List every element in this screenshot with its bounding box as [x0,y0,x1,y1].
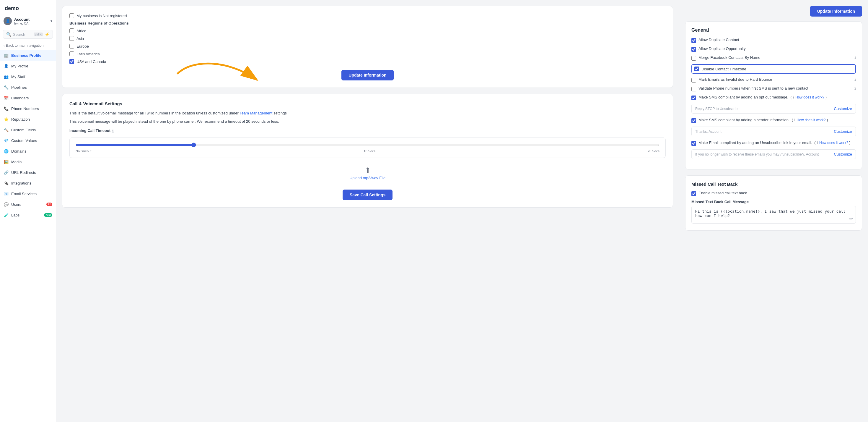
sidebar-item-custom-values[interactable]: 💎 Custom Values [0,135,56,146]
info-icon: ℹ [855,55,856,60]
update-info-button-right[interactable]: Update Information [810,6,862,17]
sms-sender-bar: Thanks, Account Customize [691,126,856,136]
sms-opt-out-customize-button[interactable]: Customize [834,107,852,111]
edit-icon: ✏ [849,216,853,222]
search-icon: 🔍 [6,32,11,37]
mark-emails-invalid-label: Mark Emails as Invalid due to Hard Bounc… [699,77,852,82]
sms-opt-out-how-works[interactable]: How does it work? [795,95,824,100]
back-navigation[interactable]: ‹ Back to main navigation [0,41,56,50]
pipelines-icon: 🔧 [4,85,9,90]
enable-missed-call-checkbox[interactable] [691,191,696,196]
sidebar-item-label: Users [11,202,44,207]
right-panel: Update Information General Allow Duplica… [679,0,868,422]
users-badge: 12 [46,203,52,206]
missed-call-title: Missed Call Text Back [691,181,856,187]
search-bar[interactable]: 🔍 Search ctrl K ⚡ [3,30,53,39]
general-section: General Allow Duplicate Contact Allow Du… [685,21,862,169]
sidebar-item-business-profile[interactable]: 🏢 Business Profile [0,50,56,61]
region-europe-checkbox[interactable] [69,44,74,49]
phone-numbers-icon: 📞 [4,106,9,111]
region-usa-checkbox[interactable] [69,59,74,64]
merge-facebook-label: Merge Facebook Contacts By Name [699,55,852,60]
account-location: Irvine, CA [14,22,48,25]
sidebar-item-integrations[interactable]: 🔌 Integrations [0,178,56,188]
app-logo: demo [0,0,56,15]
chevron-down-icon: ▾ [51,19,52,23]
sidebar-item-calendars[interactable]: 📅 Calendars [0,92,56,103]
sidebar-item-label: Labs [11,213,42,217]
sms-sender-placeholder: Thanks, Account [695,130,721,134]
sms-sender-checkbox[interactable] [691,118,696,123]
slider-labels: No timeout 10 Secs 20 Secs [75,149,659,153]
sidebar-item-reputation[interactable]: ⭐ Reputation [0,114,56,124]
info-icon: ℹ [855,77,856,82]
sidebar-item-custom-fields[interactable]: 🔨 Custom Fields [0,124,56,135]
sms-sender-how-works[interactable]: How does it work? [797,118,826,122]
region-asia-checkbox[interactable] [69,36,74,41]
allow-duplicate-contact-checkbox[interactable] [691,38,696,43]
calendars-icon: 📅 [4,95,9,101]
merge-facebook-checkbox[interactable] [691,56,696,61]
account-name: Account [14,17,48,22]
sidebar-item-my-staff[interactable]: 👥 My Staff [0,71,56,82]
validate-phone-checkbox[interactable] [691,87,696,91]
slider-label-20secs: 20 Secs [648,149,659,153]
sidebar-item-pipelines[interactable]: 🔧 Pipelines [0,82,56,92]
save-call-settings-button[interactable]: Save Call Settings [343,190,393,200]
sidebar-item-domains[interactable]: 🌐 Domains [0,146,56,157]
team-management-link[interactable]: Team Management [240,111,272,115]
sidebar-item-label: Phone Numbers [11,107,52,111]
upload-label: Upload mp3/wav File [350,176,385,180]
sms-opt-out-checkbox[interactable] [691,95,696,100]
email-unsubscribe-customize-button[interactable]: Customize [834,152,852,157]
region-usa-label: USA and Canada [76,59,106,64]
call-voicemail-title: Call & Voicemail Settings [69,101,666,106]
region-asia-row: Asia [69,36,666,41]
mark-emails-invalid-row: Mark Emails as Invalid due to Hard Bounc… [691,77,856,83]
sidebar-item-url-redirects[interactable]: 🔗 URL Redirects [0,167,56,178]
bolt-icon: ⚡ [44,32,50,37]
sidebar-item-phone-numbers[interactable]: 📞 Phone Numbers [0,103,56,114]
missed-text-back-input[interactable]: Hi this is {{location.name}}, I saw that… [691,206,856,224]
account-selector[interactable]: 👤 Account Irvine, CA ▾ [0,15,56,28]
timeout-range-input[interactable] [75,143,659,147]
region-europe-row: Europe [69,44,666,49]
allow-duplicate-opportunity-label: Allow Duplicate Opportunity [699,47,856,51]
domains-icon: 🌐 [4,148,9,154]
sidebar-item-label: Domains [11,149,52,153]
sidebar-item-label: Calendars [11,96,52,100]
email-unsubscribe-how-works[interactable]: How does it work? [819,141,848,145]
allow-duplicate-opportunity-checkbox[interactable] [691,47,696,52]
sms-sender-customize-button[interactable]: Customize [834,129,852,134]
disable-contact-timezone-row: Disable Contact Timezone [691,64,856,74]
not-registered-checkbox[interactable] [69,13,74,18]
sidebar-item-my-profile[interactable]: 👤 My Profile [0,61,56,71]
enable-missed-call-label: Enable missed call text back [699,191,856,195]
sidebar-item-label: Business Profile [11,53,52,58]
region-latin-checkbox[interactable] [69,52,74,56]
email-unsubscribe-label: Make Email compliant by adding an Unsubs… [699,140,856,145]
update-info-button-left[interactable]: Update Information [341,70,393,80]
sidebar-item-users[interactable]: 💬 Users 12 [0,199,56,210]
sidebar-item-media[interactable]: 🖼️ Media [0,157,56,167]
search-placeholder: Search [13,32,32,37]
disable-contact-timezone-label: Disable Contact Timezone [702,67,853,71]
email-services-icon: 📧 [4,191,9,196]
back-arrow-icon: ‹ [4,44,5,48]
email-unsubscribe-wrapper: Make Email compliant by adding an Unsubs… [691,140,856,159]
voicemail-desc3: This voicemail message will be played in… [69,119,666,124]
sidebar-item-email-services[interactable]: 📧 Email Services [0,188,56,199]
region-asia-label: Asia [76,36,84,41]
disable-contact-timezone-checkbox[interactable] [694,66,699,71]
users-icon: 💬 [4,202,9,207]
upload-audio-area[interactable]: ⬆ Upload mp3/wav File [69,162,666,185]
merge-facebook-row: Merge Facebook Contacts By Name ℹ [691,55,856,61]
account-text: Account Irvine, CA [14,17,48,25]
region-africa-checkbox[interactable] [69,28,74,33]
custom-values-icon: 💎 [4,138,9,143]
email-unsubscribe-checkbox[interactable] [691,141,696,146]
email-unsubscribe-placeholder: If you no longer wish to receive these e… [695,152,819,157]
sidebar-item-labs[interactable]: 🧪 Labs new [0,210,56,220]
sidebar: demo 👤 Account Irvine, CA ▾ 🔍 Search ctr… [0,0,56,422]
mark-emails-invalid-checkbox[interactable] [691,78,696,83]
